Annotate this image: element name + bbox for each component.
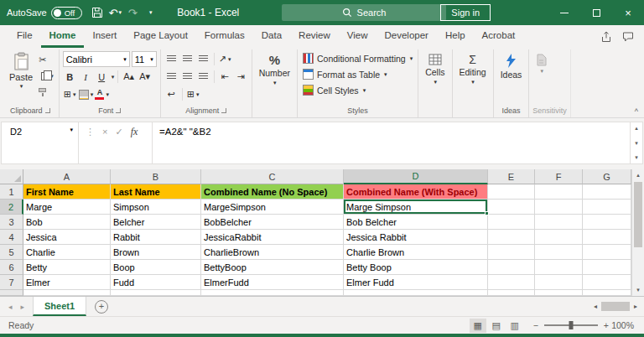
row-header-7[interactable]: 7 — [0, 275, 23, 290]
row-header-3[interactable]: 3 — [0, 215, 23, 230]
cell-b4[interactable]: Rabbit — [111, 230, 201, 245]
tab-home[interactable]: Home — [41, 25, 85, 48]
paste-button[interactable]: Paste ▾ — [5, 50, 37, 90]
format-as-table-button[interactable]: Format as Table ▾ — [301, 66, 389, 82]
formula-scroll-down-icon[interactable]: ▾ — [635, 140, 638, 147]
cell-d7[interactable]: Elmer Fudd — [344, 275, 488, 290]
cell-e8[interactable] — [488, 290, 535, 296]
zoom-out-button[interactable]: − — [533, 320, 538, 330]
italic-button[interactable]: I — [79, 70, 93, 84]
sensitivity-button[interactable]: ▾ — [532, 50, 550, 75]
wrap-text-button[interactable]: ↩ — [164, 87, 179, 101]
redo-button[interactable]: ↷ — [124, 3, 141, 22]
number-format-button[interactable]: % Number ▾ — [256, 50, 293, 86]
cell-styles-button[interactable]: Cell Styles ▾ — [301, 82, 367, 98]
row-header-2[interactable]: 2 — [0, 200, 23, 215]
page-layout-view-button[interactable]: ▤ — [488, 319, 505, 333]
save-button[interactable] — [89, 3, 106, 22]
cell-d5[interactable]: Charlie Brown — [344, 245, 488, 260]
bold-button[interactable]: B — [63, 70, 77, 84]
col-header-c[interactable]: C — [201, 169, 344, 184]
merge-center-button[interactable]: ⊞▾ — [186, 87, 200, 101]
cell-b6[interactable]: Boop — [111, 260, 201, 275]
cell-g4[interactable] — [583, 230, 631, 245]
close-button[interactable]: × — [612, 0, 644, 25]
enter-button[interactable]: ✓ — [115, 127, 122, 137]
prev-sheet-icon[interactable]: ◂ — [8, 303, 13, 311]
vertical-scroll-thumb[interactable] — [634, 182, 642, 247]
cells-button[interactable]: Cells ▾ — [422, 50, 448, 86]
tab-help[interactable]: Help — [437, 25, 474, 48]
cell-e7[interactable] — [488, 275, 535, 290]
formula-scroll-up-icon[interactable]: ▴ — [635, 125, 638, 132]
cell-f5[interactable] — [535, 245, 583, 260]
font-color-button[interactable]: A▾ — [95, 87, 109, 101]
cut-button[interactable]: ✂ — [39, 54, 54, 66]
tab-view[interactable]: View — [339, 25, 377, 48]
comments-button[interactable] — [617, 25, 639, 48]
top-align-button[interactable] — [164, 52, 179, 66]
underline-caret-icon[interactable]: ▾ — [112, 74, 115, 80]
tab-acrobat[interactable]: Acrobat — [474, 25, 524, 48]
alignment-dialog-launcher[interactable] — [221, 108, 226, 113]
font-size-combobox[interactable]: 11▾ — [132, 51, 157, 67]
cell-f4[interactable] — [535, 230, 583, 245]
cell-g5[interactable] — [583, 245, 631, 260]
cell-g1[interactable] — [583, 184, 631, 200]
cell-a5[interactable]: Charlie — [23, 245, 111, 260]
insert-function-button[interactable]: fx — [131, 127, 138, 137]
decrease-indent-button[interactable]: ⇤ — [218, 70, 232, 84]
cell-b3[interactable]: Belcher — [111, 215, 201, 230]
col-header-d[interactable]: D — [344, 169, 488, 184]
fill-handle[interactable] — [485, 211, 489, 215]
cell-c8[interactable] — [201, 290, 344, 296]
cell-e3[interactable] — [488, 215, 535, 230]
cell-g6[interactable] — [583, 260, 631, 275]
scroll-down-icon[interactable]: ▾ — [632, 284, 644, 296]
col-header-a[interactable]: A — [23, 169, 111, 184]
cell-d6[interactable]: Betty Boop — [344, 260, 488, 275]
cell-e1[interactable] — [488, 184, 535, 200]
maximize-button[interactable] — [580, 0, 612, 25]
cell-c3[interactable]: BobBelcher — [201, 215, 344, 230]
sign-in-button[interactable]: Sign in — [440, 4, 491, 21]
orientation-button[interactable]: ↗▾ — [218, 52, 232, 66]
cell-b1[interactable]: Last Name — [111, 184, 201, 200]
normal-view-button[interactable]: ▦ — [470, 319, 486, 333]
scroll-left-icon[interactable]: ◂ — [594, 303, 597, 310]
cell-d3[interactable]: Bob Belcher — [344, 215, 488, 230]
cell-c2[interactable]: MargeSimpson — [201, 200, 344, 215]
new-sheet-button[interactable]: + — [95, 300, 108, 314]
scroll-right-icon[interactable]: ▸ — [634, 303, 637, 310]
autosave-toggle[interactable]: Off — [51, 7, 83, 19]
cell-a8[interactable] — [23, 290, 111, 296]
align-right-button[interactable] — [196, 70, 210, 84]
tab-file[interactable]: File — [8, 25, 41, 48]
cell-d8[interactable] — [344, 290, 488, 296]
cell-d4[interactable]: Jessica Rabbit — [344, 230, 488, 245]
minimize-button[interactable] — [548, 0, 580, 25]
select-all-button[interactable] — [0, 169, 23, 184]
font-dialog-launcher[interactable] — [116, 108, 121, 113]
cell-a7[interactable]: Elmer — [23, 275, 111, 290]
cell-e5[interactable] — [488, 245, 535, 260]
formula-input[interactable]: =A2&" "&B2 — [153, 122, 630, 163]
zoom-level[interactable]: 100% — [609, 320, 644, 330]
format-painter-button[interactable] — [39, 86, 54, 98]
cell-g2[interactable] — [583, 200, 631, 215]
cell-d1[interactable]: Combined Name (With Space) — [344, 184, 488, 200]
col-header-g[interactable]: G — [583, 169, 631, 184]
active-cell-d2[interactable]: Marge Simpson — [344, 200, 488, 215]
row-header-8[interactable] — [0, 290, 23, 296]
undo-button[interactable]: ↶▾ — [106, 3, 123, 22]
clipboard-dialog-launcher[interactable] — [45, 108, 50, 113]
col-header-e[interactable]: E — [488, 169, 535, 184]
share-button[interactable] — [595, 25, 617, 48]
cancel-button[interactable]: × — [102, 127, 107, 137]
tab-developer[interactable]: Developer — [377, 25, 437, 48]
cell-e2[interactable] — [488, 200, 535, 215]
cell-a3[interactable]: Bob — [23, 215, 111, 230]
cell-a1[interactable]: First Name — [23, 184, 111, 200]
decrease-font-size-button[interactable]: A▾ — [138, 70, 152, 84]
row-header-1[interactable]: 1 — [0, 184, 23, 200]
